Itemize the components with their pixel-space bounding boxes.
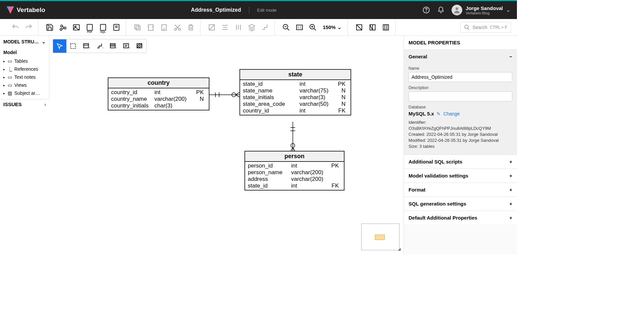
select-tool[interactable] xyxy=(53,39,66,53)
add-area-tool[interactable] xyxy=(133,39,146,53)
properties-panel: MODEL PROPERTIES General − Name Descript… xyxy=(404,36,517,254)
column-row[interactable]: addressvarchar(200) xyxy=(247,176,342,183)
column-name: person_id xyxy=(248,163,291,169)
entity-person[interactable]: person person_idintPKperson_namevarchar(… xyxy=(244,151,345,191)
tree-item[interactable]: ▸▭Views xyxy=(3,81,46,89)
column-type: char(3) xyxy=(154,102,194,109)
section-header[interactable]: Default Additional Properties+ xyxy=(404,211,517,225)
svg-rect-54 xyxy=(124,44,129,48)
change-link[interactable]: Change xyxy=(443,111,460,116)
tree-item[interactable]: ▸▭Text notes xyxy=(3,73,46,81)
issues-panel-toggle[interactable]: ISSUES › xyxy=(0,99,49,109)
column-row[interactable]: country_idintFK xyxy=(242,107,349,114)
fit-button[interactable] xyxy=(206,22,217,33)
zoom-select[interactable]: 150% ⌄ xyxy=(321,24,344,30)
notation-2-button[interactable] xyxy=(367,22,378,33)
zoom-reset-button[interactable]: 1:1 xyxy=(294,22,305,33)
caret-right-icon: ▸ xyxy=(3,91,5,95)
pdf-export-button[interactable]: PDF xyxy=(84,22,95,33)
section-header[interactable]: Model validation settings+ xyxy=(404,169,517,183)
entity-state[interactable]: state state_idintPKstate_namevarchar(75)… xyxy=(239,69,351,115)
section-header[interactable]: Format+ xyxy=(404,183,517,197)
issues-label: ISSUES xyxy=(3,101,22,107)
resize-handle-icon[interactable]: ◢ xyxy=(398,247,401,251)
column-name: country_id xyxy=(243,107,299,114)
align-h-button[interactable] xyxy=(220,22,230,33)
column-row[interactable]: state_initialsvarchar(3)N xyxy=(242,94,349,101)
share-button[interactable] xyxy=(58,22,68,33)
xml-export-button[interactable] xyxy=(111,22,122,33)
section-header[interactable]: SQL generation settings+ xyxy=(404,197,517,211)
svg-line-36 xyxy=(357,25,362,30)
search-input[interactable]: Search CTRL + F xyxy=(460,22,511,33)
tree-item[interactable]: ▸⎿References xyxy=(3,65,46,73)
layers-button[interactable] xyxy=(246,22,257,33)
column-row[interactable]: country_idintPK xyxy=(110,89,207,96)
section-header[interactable]: Additional SQL scripts+ xyxy=(404,155,517,169)
caret-right-icon: ▸ xyxy=(3,59,5,63)
tree-item-label: Text notes xyxy=(14,74,36,80)
add-view-tool[interactable]: + xyxy=(106,39,120,53)
toolbar: PDF SQL 1:1 150% ⌄ Search CTRL + F xyxy=(0,19,517,36)
column-row[interactable]: country_namevarchar(200)N xyxy=(110,96,207,102)
pencil-icon[interactable]: ✎ xyxy=(437,111,441,116)
copy-button[interactable] xyxy=(132,22,143,33)
minimap[interactable]: ◢ xyxy=(361,224,400,250)
model-structure-header[interactable]: MODEL STRU… ⌄ xyxy=(3,38,46,48)
delete-button[interactable] xyxy=(185,22,196,33)
add-table-tool[interactable]: + xyxy=(80,39,93,53)
section-label: Additional SQL scripts xyxy=(409,159,462,165)
paste-button[interactable] xyxy=(145,22,156,33)
section-general-header[interactable]: General − xyxy=(404,50,517,63)
column-row[interactable]: state_idintPK xyxy=(242,81,349,87)
column-flag: PK xyxy=(194,89,204,96)
redo-button[interactable] xyxy=(23,22,34,33)
reference-style-button[interactable] xyxy=(260,22,270,33)
identifier-value: O3sBKfAYeZgQFhPPJnu8At88pLDcQY9M xyxy=(409,126,512,131)
paste-special-button[interactable] xyxy=(159,22,169,33)
cut-button[interactable] xyxy=(172,22,183,33)
save-button[interactable] xyxy=(44,22,55,33)
svg-point-62 xyxy=(232,93,236,97)
entity-country[interactable]: country country_idintPKcountry_namevarch… xyxy=(108,77,209,110)
image-export-button[interactable] xyxy=(71,22,82,33)
logo[interactable]: Vertabelo xyxy=(7,6,45,14)
column-row[interactable]: person_namevarchar(200) xyxy=(247,169,342,176)
zoom-out-button[interactable] xyxy=(281,22,291,33)
column-type: int xyxy=(291,163,330,169)
diagram-canvas[interactable]: + + + + country cou xyxy=(49,36,404,254)
column-type: varchar(200) xyxy=(154,96,194,102)
column-name: country_id xyxy=(111,89,154,96)
description-input[interactable] xyxy=(409,91,512,101)
bell-icon[interactable] xyxy=(437,6,445,14)
column-row[interactable]: state_namevarchar(75)N xyxy=(242,87,349,94)
column-row[interactable]: country_initialschar(3) xyxy=(110,102,207,109)
kebab-menu-icon[interactable]: ⋮ xyxy=(246,6,252,14)
zoom-in-button[interactable] xyxy=(307,22,318,33)
model-root: Model xyxy=(3,50,46,55)
notation-1-button[interactable] xyxy=(354,22,365,33)
column-row[interactable]: state_area_codevarchar(50)N xyxy=(242,101,349,107)
help-icon[interactable] xyxy=(422,6,430,14)
name-input[interactable] xyxy=(409,72,512,82)
plus-icon: + xyxy=(509,187,512,193)
add-note-tool[interactable]: + xyxy=(120,39,133,53)
tree-item[interactable]: ▸▭Tables xyxy=(3,57,46,65)
column-type: varchar(75) xyxy=(299,87,336,94)
notation-3-button[interactable] xyxy=(381,22,391,33)
model-tree: ▸▭Tables▸⎿References▸▭Text notes▸▭Views▸… xyxy=(3,57,46,97)
undo-button[interactable] xyxy=(10,22,21,33)
column-row[interactable]: person_idintPK xyxy=(247,163,342,169)
svg-rect-15 xyxy=(148,25,153,30)
chevron-down-icon: ⌄ xyxy=(506,7,510,13)
align-v-button[interactable] xyxy=(233,22,244,33)
user-menu[interactable]: Jorge Sandoval Vertabelo Blog ⌄ xyxy=(452,5,510,15)
sql-export-button[interactable]: SQL xyxy=(98,22,108,33)
size-value: Size: 3 tables xyxy=(409,144,512,149)
svg-rect-45 xyxy=(71,44,76,49)
marquee-tool[interactable] xyxy=(66,39,80,53)
add-reference-tool[interactable]: + xyxy=(93,39,106,53)
column-row[interactable]: state_idintFK xyxy=(247,183,342,189)
svg-text:+: + xyxy=(89,46,90,50)
tree-item[interactable]: ▸▨Subject ar… xyxy=(3,89,46,97)
